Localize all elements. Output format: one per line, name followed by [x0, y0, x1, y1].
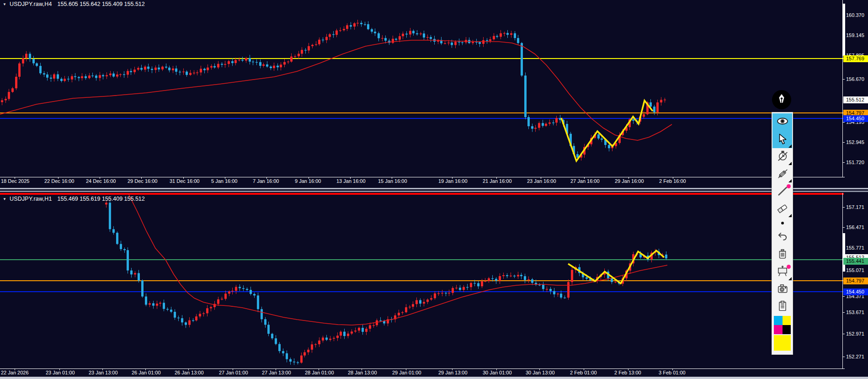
pane-splitter[interactable] [0, 188, 868, 192]
palette-color-swatch[interactable] [783, 325, 791, 334]
price-tick-label: 155.771 [846, 245, 864, 251]
price-tick-label: 160.370 [846, 12, 864, 18]
h4-time-axis-border [0, 177, 845, 177]
pink-dot-badge [787, 265, 791, 269]
time-label: 28 Jan 13:00 [348, 370, 377, 375]
toolbar-logo-button[interactable] [772, 90, 791, 109]
price-tick-label: 151.720 [846, 159, 864, 165]
price-level-tag: 154.797 [843, 278, 868, 284]
splitter-line [0, 191, 868, 192]
tool-easel-button[interactable] [772, 263, 792, 281]
submenu-corner-marker [788, 144, 792, 148]
time-label: 30 Jan 13:00 [526, 370, 555, 375]
stopwatch-icon [777, 150, 788, 164]
time-label: 7 Jan 16:00 [253, 178, 279, 184]
tool-camera-button[interactable] [772, 281, 792, 298]
price-tick-label: 153.671 [846, 309, 864, 315]
tool-trendline-button[interactable] [772, 183, 792, 200]
price-level-tag: 154.450 [843, 115, 868, 122]
h4-price-scrollbar[interactable] [843, 4, 845, 55]
color-palette [774, 316, 791, 334]
price-tick-label: 157.171 [846, 204, 864, 210]
time-label: 29 Jan 16:00 [615, 178, 644, 184]
undo-icon [777, 230, 788, 244]
time-label: 29 Jan 13:00 [438, 370, 468, 375]
trading-terminal-window: ▼ USDJPY.raw,H4 155.605 155.642 155.409 … [0, 0, 868, 379]
price-level-tag: 155.441 [843, 258, 868, 265]
h1-price-axis-border[interactable] [842, 193, 843, 368]
price-tick-label: 152.971 [846, 331, 864, 337]
price-level-tag: 154.450 [843, 288, 868, 295]
time-label: 2 Feb 13:00 [614, 370, 641, 375]
tool-stopwatch-button[interactable] [772, 148, 792, 165]
time-label: 29 Dec 16:00 [128, 178, 157, 184]
time-label: 23 Jan 16:00 [527, 178, 556, 184]
time-label: 19 Jan 16:00 [438, 178, 468, 184]
submenu-corner-marker [788, 214, 792, 217]
eye-icon [776, 115, 789, 129]
tool-trash-button[interactable] [772, 246, 792, 263]
time-label: 30 Jan 01:00 [483, 370, 512, 375]
time-label: 26 Jan 01:00 [132, 370, 161, 375]
drawing-toolbar [772, 112, 793, 355]
camera-icon [777, 283, 788, 296]
time-label: 9 Jan 16:00 [295, 178, 321, 184]
h4-chart-title: ▼ USDJPY.raw,H4 155.605 155.642 155.409 … [3, 1, 145, 7]
current-color-swatch[interactable] [774, 335, 791, 351]
time-label: 28 Jan 01:00 [305, 370, 334, 375]
time-label: 3 Feb 01:00 [659, 370, 686, 375]
tool-eye-button[interactable] [772, 113, 792, 131]
price-tick-label: 155.071 [846, 267, 864, 273]
submenu-corner-marker [788, 179, 792, 182]
ohlc-values: 155.605 155.642 155.409 155.512 [58, 1, 145, 7]
time-label: 13 Jan 16:00 [336, 178, 366, 184]
palette-color-swatch[interactable] [774, 316, 783, 325]
h1-time-axis-border [0, 368, 845, 369]
tool-undo-button[interactable] [772, 229, 792, 246]
price-tick-label: 156.471 [846, 224, 864, 230]
trash-icon [777, 248, 788, 262]
price-tick-label: 152.945 [846, 139, 864, 145]
price-tick-label: 159.145 [846, 32, 864, 38]
h1-price-scrollbar[interactable] [843, 233, 845, 272]
palette-color-swatch[interactable] [774, 325, 783, 334]
collapse-arrow-icon[interactable]: ▼ [3, 197, 6, 201]
h4-candlestick-chart[interactable] [0, 0, 844, 177]
time-label: 26 Jan 13:00 [175, 370, 204, 375]
pencil-icon [777, 167, 788, 181]
time-label: 29 Jan 01:00 [392, 370, 421, 375]
dot-icon [781, 222, 784, 224]
time-label: 2 Feb 01:00 [570, 370, 597, 375]
time-label: 18 Dec 2025 [1, 178, 29, 184]
cursor-icon [777, 133, 788, 146]
time-label: 27 Jan 01:00 [219, 370, 248, 375]
pink-dot-badge [787, 184, 791, 188]
tool-clipboard-button[interactable] [772, 298, 792, 315]
time-label: 2 Feb 16:00 [659, 178, 686, 184]
ohlc-values: 155.469 155.619 155.409 155.512 [58, 196, 145, 202]
toolbar-dot-separator [772, 218, 792, 229]
symbol-period-label: USDJPY.raw,H4 [10, 1, 52, 7]
price-level-tag: 155.512 [843, 96, 868, 103]
h1-chart-title: ▼ USDJPY.raw,H1 155.469 155.619 155.409 … [3, 196, 145, 202]
time-label: 27 Jan 13:00 [262, 370, 291, 375]
palette-color-swatch[interactable] [783, 316, 791, 325]
time-label: 23 Jan 13:00 [89, 370, 118, 375]
time-label: 23 Jan 01:00 [46, 370, 75, 375]
tool-eraser-button[interactable] [772, 200, 792, 218]
submenu-corner-marker [788, 162, 792, 165]
clipboard-icon [777, 300, 788, 314]
time-label: 31 Dec 16:00 [170, 178, 199, 184]
time-label: 21 Jan 16:00 [483, 178, 512, 184]
collapse-arrow-icon[interactable]: ▼ [3, 2, 6, 6]
h1-candlestick-chart[interactable] [0, 192, 844, 368]
splitter-line [0, 188, 868, 189]
time-label: 22 Jan 2026 [1, 370, 29, 375]
tool-cursor-button[interactable] [772, 131, 792, 148]
symbol-period-label: USDJPY.raw,H1 [10, 196, 52, 202]
time-label: 5 Jan 16:00 [211, 178, 238, 184]
price-level-tag: 157.769 [843, 55, 868, 62]
tool-pencil-button[interactable] [772, 165, 792, 183]
price-tick-label: 156.670 [846, 76, 864, 82]
time-label: 24 Dec 16:00 [86, 178, 116, 184]
